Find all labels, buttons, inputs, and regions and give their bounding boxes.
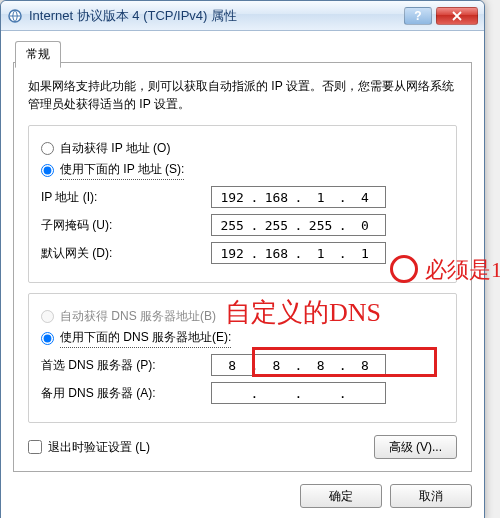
- cancel-button[interactable]: 取消: [390, 484, 472, 508]
- dns-auto-radio-row: 自动获得 DNS 服务器地址(B): [41, 308, 444, 325]
- tab-general[interactable]: 常规: [15, 41, 61, 68]
- dns-pref-input[interactable]: 8.8.8.8: [211, 354, 386, 376]
- dns-group: 自动获得 DNS 服务器地址(B) 使用下面的 DNS 服务器地址(E): 首选…: [28, 293, 457, 423]
- dialog-content: 常规 如果网络支持此功能，则可以获取自动指派的 IP 设置。否则，您需要从网络系…: [1, 31, 484, 518]
- tab-panel: 如果网络支持此功能，则可以获取自动指派的 IP 设置。否则，您需要从网络系统管理…: [13, 62, 472, 472]
- intro-text: 如果网络支持此功能，则可以获取自动指派的 IP 设置。否则，您需要从网络系统管理…: [28, 77, 457, 113]
- ip-manual-radio[interactable]: [41, 164, 54, 177]
- ip-auto-radio-row: 自动获得 IP 地址 (O): [41, 140, 444, 157]
- gateway-label: 默认网关 (D):: [41, 245, 211, 262]
- ip-address-label: IP 地址 (I):: [41, 189, 211, 206]
- ip-manual-label: 使用下面的 IP 地址 (S):: [60, 161, 184, 180]
- ip-auto-label: 自动获得 IP 地址 (O): [60, 140, 170, 157]
- advanced-button[interactable]: 高级 (V)...: [374, 435, 457, 459]
- dialog-window: Internet 协议版本 4 (TCP/IPv4) 属性 ? 常规 如果网络支…: [0, 0, 485, 518]
- ip-manual-radio-row: 使用下面的 IP 地址 (S):: [41, 161, 444, 180]
- dns-pref-label: 首选 DNS 服务器 (P):: [41, 357, 211, 374]
- gateway-input[interactable]: 192.168.1.1: [211, 242, 386, 264]
- ok-button[interactable]: 确定: [300, 484, 382, 508]
- ip-address-input[interactable]: 192.168.1.4: [211, 186, 386, 208]
- help-button[interactable]: ?: [404, 7, 432, 25]
- close-button[interactable]: [436, 7, 478, 25]
- validate-checkbox-row: 退出时验证设置 (L): [28, 439, 150, 456]
- dns-manual-radio-row: 使用下面的 DNS 服务器地址(E):: [41, 329, 444, 348]
- window-title: Internet 协议版本 4 (TCP/IPv4) 属性: [29, 7, 404, 25]
- ip-auto-radio[interactable]: [41, 142, 54, 155]
- dns-manual-radio[interactable]: [41, 332, 54, 345]
- dns-alt-label: 备用 DNS 服务器 (A):: [41, 385, 211, 402]
- dns-manual-label: 使用下面的 DNS 服务器地址(E):: [60, 329, 231, 348]
- dns-alt-input[interactable]: ...: [211, 382, 386, 404]
- dns-auto-radio: [41, 310, 54, 323]
- validate-label: 退出时验证设置 (L): [48, 439, 150, 456]
- title-bar[interactable]: Internet 协议版本 4 (TCP/IPv4) 属性 ?: [1, 1, 484, 31]
- subnet-mask-input[interactable]: 255.255.255.0: [211, 214, 386, 236]
- ip-group: 自动获得 IP 地址 (O) 使用下面的 IP 地址 (S): IP 地址 (I…: [28, 125, 457, 283]
- validate-checkbox[interactable]: [28, 440, 42, 454]
- subnet-mask-label: 子网掩码 (U):: [41, 217, 211, 234]
- dns-auto-label: 自动获得 DNS 服务器地址(B): [60, 308, 216, 325]
- app-icon: [7, 8, 23, 24]
